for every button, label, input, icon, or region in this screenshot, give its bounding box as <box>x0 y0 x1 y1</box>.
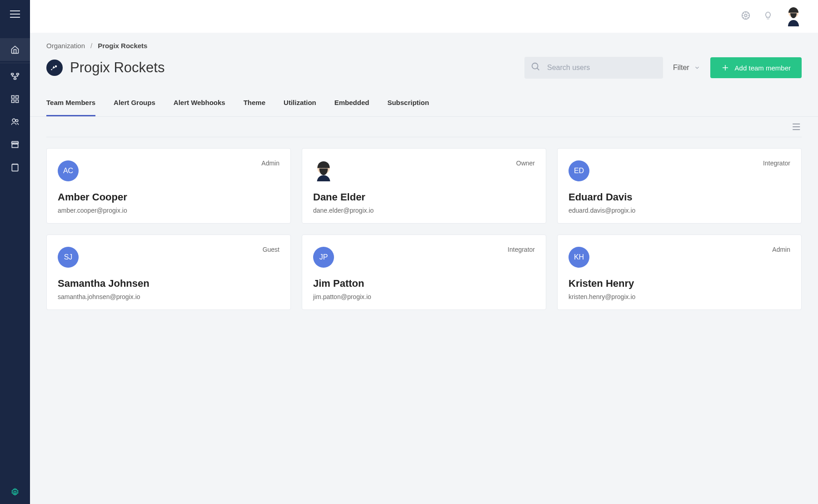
lightbulb-icon[interactable] <box>763 10 773 22</box>
filter-dropdown[interactable]: Filter <box>673 64 700 72</box>
svg-point-27 <box>55 65 57 68</box>
sidebar-item-notes[interactable] <box>0 156 30 179</box>
member-email: samantha.johnsen@progix.io <box>58 293 279 300</box>
main-content: Organization / Progix Rockets Progix Roc… <box>30 0 818 504</box>
member-role: Admin <box>261 160 279 167</box>
sidebar-divider <box>0 63 30 63</box>
sidebar-item-apps[interactable] <box>0 88 30 110</box>
svg-rect-7 <box>16 96 19 99</box>
member-email: dane.elder@progix.io <box>313 207 535 214</box>
svg-rect-6 <box>12 96 15 99</box>
member-card[interactable]: Guest SJ Samantha Johnsen samantha.johns… <box>46 235 291 310</box>
svg-point-15 <box>744 14 747 17</box>
list-view-icon[interactable] <box>793 123 802 132</box>
add-button-label: Add team member <box>735 64 791 72</box>
svg-line-23 <box>748 13 748 14</box>
cards-toolbar <box>46 123 802 137</box>
member-email: amber.cooper@progix.io <box>58 207 279 214</box>
member-email: kristen.henry@progix.io <box>569 293 790 300</box>
member-name: Samantha Johnsen <box>58 278 279 289</box>
sidebar <box>0 0 30 504</box>
settings-icon[interactable] <box>741 10 751 22</box>
member-name: Dane Elder <box>313 191 535 203</box>
member-card[interactable]: Owner Dane Elder dane.elder@progix.io <box>302 148 546 224</box>
search-container <box>524 57 663 79</box>
page-title: Progix Rockets <box>70 60 517 76</box>
svg-rect-5 <box>14 78 16 79</box>
svg-line-29 <box>537 68 539 70</box>
tab-embedded[interactable]: Embedded <box>334 91 369 116</box>
avatar <box>313 160 334 181</box>
svg-line-21 <box>748 17 748 18</box>
search-input[interactable] <box>524 57 663 79</box>
member-name: Jim Patton <box>313 278 535 289</box>
menu-toggle-icon[interactable] <box>10 10 20 20</box>
sidebar-settings[interactable] <box>0 488 30 497</box>
sidebar-item-storefront[interactable] <box>0 133 30 156</box>
member-name: Kristen Henry <box>569 278 790 289</box>
breadcrumb-separator: / <box>90 42 92 50</box>
tab-alert-groups[interactable]: Alert Groups <box>114 91 155 116</box>
breadcrumb-current: Progix Rockets <box>98 42 147 50</box>
member-name: Eduard Davis <box>569 191 790 203</box>
svg-point-13 <box>14 491 16 494</box>
member-card[interactable]: Integrator JP Jim Patton jim.patton@prog… <box>302 235 546 310</box>
member-email: jim.patton@progix.io <box>313 293 535 300</box>
topbar <box>30 0 818 33</box>
svg-rect-12 <box>12 164 18 171</box>
svg-rect-9 <box>16 100 19 103</box>
tab-theme[interactable]: Theme <box>244 91 265 116</box>
member-card[interactable]: Integrator ED Eduard Davis eduard.davis@… <box>557 148 802 224</box>
member-role: Owner <box>516 160 535 167</box>
avatar: SJ <box>58 247 79 268</box>
tab-subscription[interactable]: Subscription <box>387 91 429 116</box>
breadcrumb: Organization / Progix Rockets <box>46 42 802 50</box>
svg-rect-4 <box>16 73 19 75</box>
svg-rect-3 <box>11 73 14 75</box>
page-icon <box>46 60 63 76</box>
svg-point-11 <box>16 120 18 122</box>
svg-line-20 <box>743 13 744 14</box>
svg-point-28 <box>532 63 538 69</box>
tab-utilization[interactable]: Utilization <box>284 91 316 116</box>
user-avatar[interactable] <box>785 6 802 26</box>
sidebar-item-home[interactable] <box>0 38 30 61</box>
avatar: KH <box>569 247 589 268</box>
member-role: Integrator <box>508 246 535 253</box>
sidebar-item-users[interactable] <box>0 110 30 133</box>
member-email: eduard.davis@progix.io <box>569 207 790 214</box>
tabs: Team MembersAlert GroupsAlert WebhooksTh… <box>30 91 818 117</box>
member-name: Amber Cooper <box>58 191 279 203</box>
member-card[interactable]: Admin AC Amber Cooper amber.cooper@progi… <box>46 148 291 224</box>
avatar: ED <box>569 160 589 181</box>
add-team-member-button[interactable]: Add team member <box>710 57 802 78</box>
breadcrumb-root[interactable]: Organization <box>46 42 85 50</box>
search-icon <box>531 62 541 74</box>
member-role: Guest <box>263 246 279 253</box>
plus-icon <box>721 64 729 72</box>
tab-alert-webhooks[interactable]: Alert Webhooks <box>174 91 225 116</box>
chevron-down-icon <box>694 65 700 71</box>
filter-label: Filter <box>673 64 689 72</box>
svg-rect-8 <box>12 100 15 103</box>
sidebar-item-flows[interactable] <box>0 65 30 88</box>
member-role: Integrator <box>763 160 790 167</box>
member-role: Admin <box>772 246 790 253</box>
avatar: JP <box>313 247 334 268</box>
tab-team-members[interactable]: Team Members <box>46 91 95 116</box>
svg-point-10 <box>12 119 15 122</box>
member-cards-grid: Admin AC Amber Cooper amber.cooper@progi… <box>30 137 818 328</box>
avatar: AC <box>58 160 79 181</box>
page-header: Organization / Progix Rockets Progix Roc… <box>30 33 818 79</box>
member-card[interactable]: Admin KH Kristen Henry kristen.henry@pro… <box>557 235 802 310</box>
svg-line-22 <box>743 17 744 18</box>
